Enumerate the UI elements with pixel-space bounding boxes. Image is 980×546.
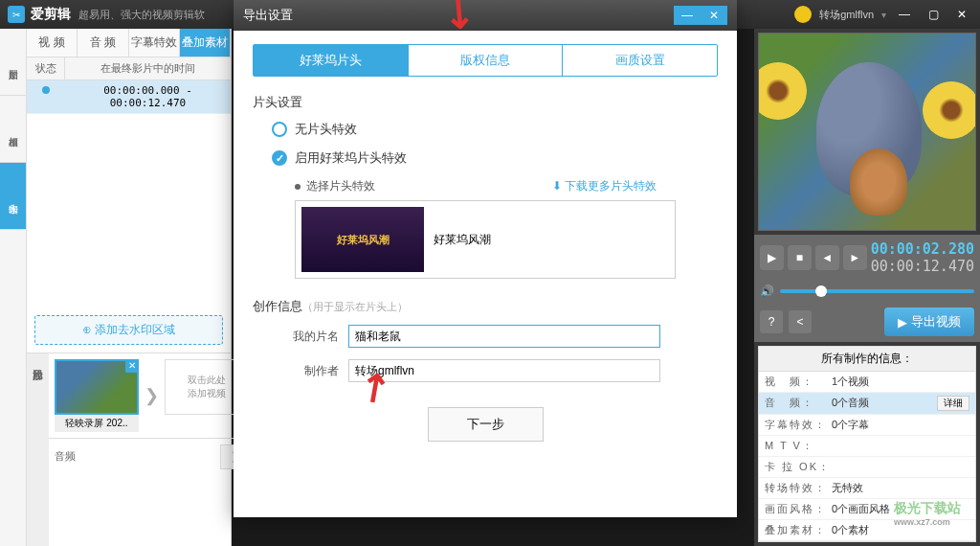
- radio-no-intro[interactable]: [272, 122, 287, 137]
- share-button[interactable]: <: [789, 310, 812, 333]
- dialog-title: 导出设置: [243, 7, 293, 24]
- dtab-hollywood[interactable]: 好莱坞片头: [254, 45, 409, 76]
- volume-icon[interactable]: 🔊: [760, 284, 774, 298]
- label-title: 我的片名: [272, 329, 339, 345]
- tab-audio[interactable]: 音 频: [78, 29, 128, 57]
- status-dot-icon: [42, 86, 50, 94]
- app-title: 爱剪辑: [31, 6, 71, 23]
- audio-label: 音频: [55, 449, 76, 464]
- play-button[interactable]: ▶: [760, 245, 784, 270]
- download-more-link[interactable]: 下载更多片头特效: [552, 178, 657, 194]
- detail-button[interactable]: 详细: [937, 396, 969, 411]
- timecode-current: 00:00:02.280: [871, 240, 974, 258]
- tab-overlay[interactable]: 叠加素材: [180, 29, 231, 57]
- dtab-quality[interactable]: 画质设置: [563, 45, 717, 76]
- effect-preview-box[interactable]: 好莱坞风潮 好莱坞风潮: [295, 200, 676, 279]
- effect-thumbnail: 好莱坞风潮: [301, 207, 424, 272]
- input-author[interactable]: [348, 359, 660, 382]
- seek-slider[interactable]: [780, 289, 974, 293]
- app-tagline: 超易用、强大的视频剪辑软: [78, 8, 205, 22]
- section-intro-title: 片头设置: [234, 90, 737, 115]
- added-clips-label: 已添加片段: [27, 353, 49, 547]
- row-time: 00:00:00.000 - 00:00:12.470: [65, 80, 231, 113]
- close-button[interactable]: ✕: [951, 6, 972, 23]
- add-watermark-area-button[interactable]: 添加去水印区域: [34, 315, 223, 345]
- tool-add-sticker[interactable]: 加贴图: [0, 29, 26, 96]
- clip-arrow-icon: ❯: [145, 385, 159, 406]
- dtab-copyright[interactable]: 版权信息: [409, 45, 564, 76]
- next-frame-button[interactable]: ►: [843, 245, 867, 270]
- app-logo-icon: ✂: [8, 6, 25, 23]
- next-button[interactable]: 下一步: [428, 407, 544, 442]
- timecode-total: 00:00:12.470: [871, 258, 974, 275]
- bullet-icon: [295, 184, 301, 190]
- clip-remove-icon[interactable]: ✕: [125, 359, 139, 373]
- dialog-close-button[interactable]: ✕: [701, 6, 727, 25]
- export-settings-dialog: 导出设置 — ✕ 好莱坞片头 版权信息 画质设置 片头设置 无片头特效 启用好莱…: [234, 0, 737, 517]
- username-label: 转场gmlflvn: [819, 8, 874, 22]
- tab-video[interactable]: 视 频: [27, 29, 78, 57]
- table-row[interactable]: 00:00:00.000 - 00:00:12.470: [27, 80, 231, 114]
- maximize-button[interactable]: ▢: [923, 6, 944, 23]
- col-time: 在最终影片中的时间: [65, 57, 231, 80]
- clip-name: 轻映录屏 202..: [55, 415, 139, 432]
- stop-button[interactable]: ■: [788, 245, 812, 270]
- effect-name: 好莱坞风潮: [434, 232, 491, 248]
- user-dropdown-icon[interactable]: ▾: [881, 10, 886, 20]
- col-status: 状态: [27, 57, 65, 80]
- prev-frame-button[interactable]: ◄: [815, 245, 839, 270]
- video-preview[interactable]: [758, 33, 976, 231]
- tool-remove-watermark[interactable]: 去水印: [0, 163, 26, 230]
- dialog-minimize-button[interactable]: —: [674, 6, 701, 25]
- export-video-button[interactable]: ▶ 导出视频: [884, 307, 974, 336]
- export-icon: ▶: [898, 315, 907, 330]
- minimize-button[interactable]: —: [894, 6, 915, 23]
- radio-hollywood-intro[interactable]: [272, 150, 287, 166]
- input-title[interactable]: [348, 325, 660, 348]
- help-button[interactable]: ?: [760, 310, 783, 333]
- user-avatar-icon[interactable]: [794, 6, 812, 23]
- info-panel-title: 所有制作的信息：: [759, 347, 975, 372]
- label-author: 制作者: [272, 363, 339, 379]
- clip-thumbnail[interactable]: ✕: [55, 359, 139, 415]
- section-credits-title: 创作信息（用于显示在片头上） ↘: [234, 294, 737, 319]
- tool-add-frame[interactable]: 加相框: [0, 96, 26, 163]
- tab-subtitle[interactable]: 字幕特效: [129, 29, 180, 57]
